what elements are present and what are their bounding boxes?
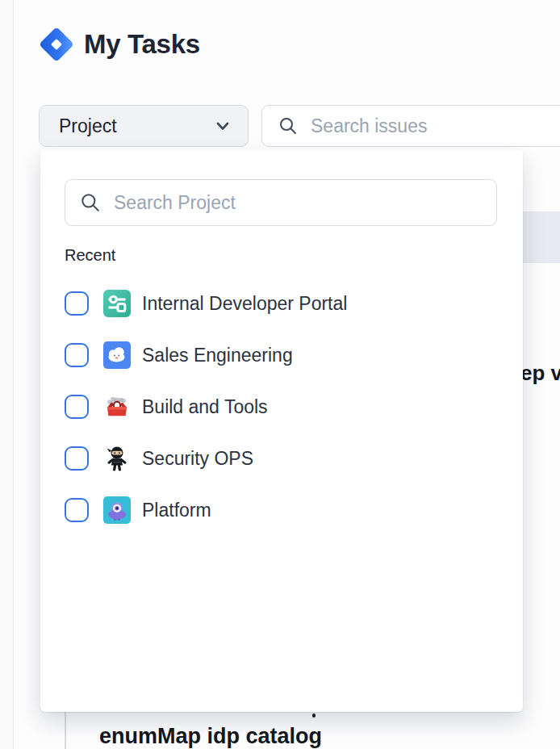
background-dot [312, 713, 316, 718]
left-gutter [0, 0, 14, 749]
chevron-down-icon [214, 117, 232, 135]
background-task-title-partial: enumMap idp catalog [99, 724, 322, 749]
project-option-internal-developer-portal[interactable]: Internal Developer Portal [65, 286, 347, 321]
project-option-label: Build and Tools [142, 396, 268, 418]
background-partial-task-text: ep v [520, 361, 560, 386]
sliders-project-icon [103, 290, 131, 317]
project-option-security-ops[interactable]: Security OPS [65, 441, 253, 476]
project-dropdown-panel: Recent Internal Developer Portal [40, 150, 523, 712]
search-project-field[interactable] [65, 179, 497, 226]
project-checkbox[interactable] [65, 291, 89, 316]
my-tasks-page: My Tasks Project ep v enumMap idp catalo… [0, 0, 560, 749]
project-filter-button[interactable]: Project [39, 105, 249, 147]
project-option-label: Security OPS [142, 448, 253, 470]
project-filter-label: Project [59, 115, 117, 137]
project-option-label: Platform [142, 500, 211, 521]
project-checkbox[interactable] [65, 343, 89, 367]
search-issues-input[interactable] [309, 115, 560, 138]
ninja-project-icon [103, 445, 131, 472]
project-option-platform[interactable]: Platform [65, 492, 211, 528]
search-icon [278, 116, 298, 136]
search-issues-field[interactable] [261, 105, 560, 147]
background-vertical-divider [65, 712, 66, 749]
search-project-input[interactable] [112, 191, 485, 215]
recent-section-label: Recent [65, 246, 115, 265]
project-checkbox[interactable] [65, 446, 89, 471]
page-title: My Tasks [84, 29, 200, 60]
project-checkbox[interactable] [65, 498, 89, 522]
project-checkbox[interactable] [65, 395, 89, 419]
cloud-project-icon [103, 341, 131, 369]
project-option-label: Sales Engineering [142, 345, 293, 366]
project-option-label: Internal Developer Portal [142, 293, 347, 315]
project-option-build-and-tools[interactable]: Build and Tools [65, 389, 268, 425]
toolbox-project-icon [103, 393, 131, 421]
background-table-band [516, 211, 560, 263]
project-option-sales-engineering[interactable]: Sales Engineering [65, 337, 293, 373]
search-icon [80, 192, 101, 213]
jira-logo-icon [38, 26, 75, 63]
alien-project-icon [103, 496, 131, 524]
